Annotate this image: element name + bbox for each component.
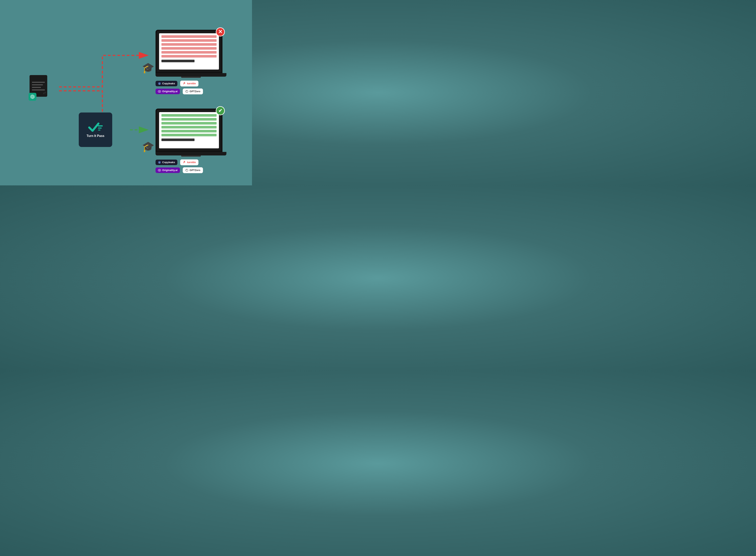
copyleaks-label-top: Copyleaks xyxy=(162,82,175,85)
top-laptop-base xyxy=(155,73,226,77)
screen-line-green-1 xyxy=(161,114,217,117)
top-logos-row: C Copyleaks turnitin Origi xyxy=(155,80,226,94)
bottom-laptop-base xyxy=(155,152,226,155)
bottom-laptop-container: 🎓 ✔ xyxy=(155,109,226,173)
gptzero-label-bottom: GPTZero xyxy=(190,169,200,172)
svg-point-13 xyxy=(159,170,160,171)
openai-logo-svg xyxy=(30,95,35,99)
screen-line-green-2 xyxy=(161,118,217,120)
originality-icon-top xyxy=(158,90,161,93)
turnit-pass-label: Turn It Pass xyxy=(87,134,104,138)
screen-line-red-6 xyxy=(161,55,217,58)
svg-text:C: C xyxy=(159,162,160,164)
screen-line-red-2 xyxy=(161,39,217,42)
screen-line-green-3 xyxy=(161,122,217,125)
screen-line-red-3 xyxy=(161,43,217,46)
copyleaks-icon-bottom: C xyxy=(158,161,161,164)
screen-line-red-1 xyxy=(161,35,217,38)
top-laptop-stand xyxy=(181,77,201,78)
bottom-logos-line-2: Originality.ai GPTZero xyxy=(155,167,226,173)
turnitin-label-top: turnitin xyxy=(187,82,196,85)
bottom-grad-icon: 🎓 xyxy=(142,141,155,153)
copyleaks-label-bottom: Copyleaks xyxy=(162,161,175,164)
top-laptop-container: 🎓 ✕ xyxy=(155,30,226,94)
copyleaks-logo-top: C Copyleaks xyxy=(155,81,177,86)
gptzero-logo-bottom: GPTZero xyxy=(183,167,203,173)
top-laptop-screen-wrap: 🎓 ✕ xyxy=(155,30,226,78)
bottom-logos-row: C Copyleaks turnitin Origi xyxy=(155,160,226,173)
top-logos-line-2: Originality.ai GPTZero xyxy=(155,89,226,94)
screen-line-red-4 xyxy=(161,47,217,50)
turnit-pass-box: Turn It Pass xyxy=(79,112,112,147)
ai-document-icon: ✏ xyxy=(30,75,55,101)
bottom-laptop-frame: ✔ xyxy=(155,109,223,152)
bottom-laptop-stand xyxy=(181,155,201,157)
screen-line-green-6 xyxy=(161,134,217,136)
openai-badge xyxy=(29,93,36,101)
diagram-container: ✏ 🎓 ✕ xyxy=(18,12,234,174)
svg-point-5 xyxy=(159,91,160,92)
screen-line-short-top xyxy=(161,60,194,62)
gptzero-icon-top xyxy=(185,90,188,93)
screen-line-short-bottom xyxy=(161,139,194,141)
svg-text:C: C xyxy=(159,83,160,85)
screen-line-green-4 xyxy=(161,126,217,129)
gptzero-label-top: GPTZero xyxy=(190,90,200,93)
turnitin-logo-top: turnitin xyxy=(180,80,198,86)
gptzero-icon-bottom xyxy=(185,169,188,172)
turnitin-label-bottom: turnitin xyxy=(187,161,196,164)
doc-line-1 xyxy=(32,82,45,83)
top-laptop-screen xyxy=(159,33,219,70)
doc-line-2 xyxy=(32,84,43,85)
copyleaks-logo-bottom: C Copyleaks xyxy=(155,160,177,165)
gptzero-logo-top: GPTZero xyxy=(183,89,203,94)
originality-logo-bottom: Originality.ai xyxy=(155,168,180,173)
copyleaks-icon-top: C xyxy=(158,82,161,85)
turnitin-logo-bottom: turnitin xyxy=(180,160,198,165)
originality-logo-top: Originality.ai xyxy=(155,89,180,94)
bottom-laptop-screen-wrap: 🎓 ✔ xyxy=(155,109,226,157)
pass-badge: ✔ xyxy=(216,106,225,115)
fail-badge: ✕ xyxy=(216,27,225,36)
originality-icon-bottom xyxy=(158,169,161,172)
doc-line-3 xyxy=(32,87,41,88)
top-logos-line-1: C Copyleaks turnitin xyxy=(155,80,226,86)
originality-label-bottom: Originality.ai xyxy=(162,169,178,172)
screen-line-green-5 xyxy=(161,130,217,132)
top-grad-icon: 🎓 xyxy=(142,62,155,74)
turnit-logo-svg xyxy=(88,121,103,132)
bottom-laptop-screen xyxy=(159,112,219,148)
screen-line-red-5 xyxy=(161,51,217,54)
svg-point-6 xyxy=(186,90,188,93)
doc-icon: ✏ xyxy=(30,75,49,99)
turnitin-icon-top xyxy=(183,82,186,85)
bottom-logos-line-1: C Copyleaks turnitin xyxy=(155,160,226,165)
turnitin-icon-bottom xyxy=(183,161,186,164)
svg-point-14 xyxy=(186,169,188,171)
top-laptop-frame: ✕ xyxy=(155,30,223,73)
originality-label-top: Originality.ai xyxy=(162,90,178,93)
doc-line-4 xyxy=(32,90,45,91)
